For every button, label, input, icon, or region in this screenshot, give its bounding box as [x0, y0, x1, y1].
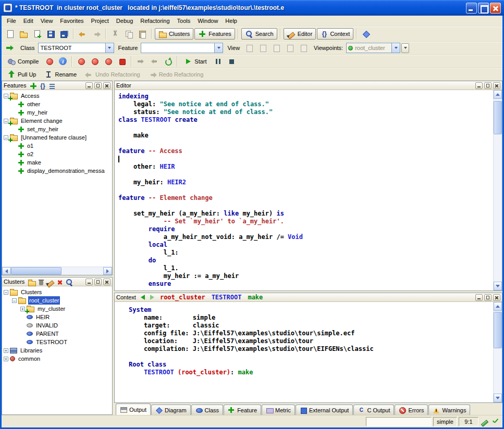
menu-window[interactable]: Window: [194, 17, 222, 25]
editor-code[interactable]: indexing legal: "See notice at end of cl…: [115, 90, 493, 291]
tree-item-label[interactable]: HEIR: [35, 313, 51, 321]
tree-item-label[interactable]: common: [17, 355, 41, 363]
viewpoints-combobox-dropdown[interactable]: [391, 43, 400, 53]
history-forward-button[interactable]: [148, 294, 155, 301]
tree-item-my-heir[interactable]: my_heir: [2, 108, 112, 117]
new-cluster-icon[interactable]: [28, 278, 35, 286]
scroll-thumb[interactable]: [494, 101, 502, 134]
menu-refactoring[interactable]: Refactoring: [137, 17, 173, 25]
tab-diagram[interactable]: Diagram: [151, 405, 191, 415]
tree-item-label[interactable]: Clusters: [20, 288, 43, 296]
tree-item-label[interactable]: [Unnamed feature clause]: [20, 133, 88, 142]
scroll-thumb[interactable]: [11, 267, 62, 275]
menu-tools[interactable]: Tools: [174, 17, 194, 25]
panel-minimize-button[interactable]: [475, 82, 483, 89]
class-combobox-value[interactable]: TESTROOT: [39, 45, 105, 51]
tree-item-label[interactable]: Element change: [20, 117, 64, 125]
collapse-icon[interactable]: −: [4, 119, 8, 123]
scroll-down-arrow[interactable]: [494, 394, 502, 402]
view-clickable-button[interactable]: [256, 42, 269, 54]
tab-class[interactable]: Class: [191, 405, 224, 415]
panel-maximize-button[interactable]: [484, 82, 491, 89]
title-bar[interactable]: * TESTROOT in cluster root_cluster locat…: [0, 0, 504, 16]
copy-button[interactable]: [122, 28, 135, 40]
edit-icon[interactable]: [46, 278, 54, 286]
expand-icon[interactable]: +: [4, 348, 8, 353]
panel-maximize-button[interactable]: [94, 279, 102, 285]
history-back-button[interactable]: [139, 294, 146, 301]
undo-refactoring-button[interactable]: Undo Refactoring: [81, 69, 144, 80]
menu-view[interactable]: View: [37, 17, 57, 25]
tree-item-clusters[interactable]: −Clusters: [2, 288, 112, 296]
cut-button[interactable]: [109, 28, 121, 40]
tree-item-other[interactable]: other: [2, 100, 112, 108]
tree-item-label[interactable]: other: [26, 100, 41, 108]
quick-melt-button[interactable]: [89, 56, 101, 67]
tree-item-label[interactable]: o1: [26, 142, 34, 150]
step-into-button[interactable]: [134, 56, 147, 67]
viewpoints-combobox-value[interactable]: root_cluster: [353, 45, 391, 51]
tree-item-label[interactable]: my_heir: [26, 108, 48, 117]
maximize-button[interactable]: [478, 3, 489, 14]
tree-item-make[interactable]: make: [2, 158, 112, 167]
menu-debug[interactable]: Debug: [113, 17, 137, 25]
tree-item-label[interactable]: INVALID: [35, 321, 59, 330]
freeze-button[interactable]: [43, 56, 56, 67]
save-button[interactable]: [44, 28, 57, 40]
stop-button[interactable]: [225, 56, 238, 67]
panel-minimize-button[interactable]: [85, 82, 93, 89]
features-toggle-button[interactable]: Features: [194, 28, 235, 40]
tree-item-my-cluster[interactable]: +my_cluster: [2, 305, 112, 313]
collapse-icon[interactable]: −: [12, 298, 17, 303]
editor-toggle-button[interactable]: Editor: [284, 28, 316, 40]
clusters-panel-header[interactable]: Clusters: [2, 277, 112, 286]
undo-button[interactable]: [77, 28, 89, 40]
context-toggle-button[interactable]: {} Context: [317, 28, 353, 40]
tree-item-testroot[interactable]: TESTROOT: [2, 338, 112, 346]
tree-item-label[interactable]: set_my_heir: [26, 125, 59, 133]
collapse-icon[interactable]: −: [4, 94, 8, 98]
viewpoints-extra-dropdown[interactable]: [401, 43, 409, 53]
features-hscrollbar[interactable]: [2, 267, 112, 275]
scroll-track[interactable]: [494, 311, 502, 394]
close-button[interactable]: [490, 3, 501, 14]
search-toggle-button[interactable]: Search: [241, 28, 277, 40]
scroll-thumb[interactable]: [494, 312, 502, 348]
refresh-button[interactable]: [162, 56, 174, 67]
tree-item-label[interactable]: Libraries: [19, 346, 43, 355]
feature-clause-icon[interactable]: [29, 82, 37, 90]
tree-item-label[interactable]: display_demonstration_messa: [26, 167, 106, 175]
view-basic-button[interactable]: [243, 42, 255, 54]
view-contract-button[interactable]: [284, 42, 296, 54]
feature-combobox-dropdown[interactable]: [214, 43, 223, 53]
panel-close-button[interactable]: [493, 82, 500, 89]
panel-maximize-button[interactable]: [484, 294, 491, 301]
diagram-tool-button[interactable]: [360, 28, 372, 40]
paste-button[interactable]: [136, 28, 149, 40]
panel-close-button[interactable]: [493, 294, 500, 301]
context-output[interactable]: System name: simple target: classic conf…: [115, 302, 493, 402]
collapse-icon[interactable]: −: [4, 290, 8, 295]
tree-item-libraries[interactable]: +Libraries: [2, 346, 112, 355]
view-flat-button[interactable]: [270, 42, 282, 54]
panel-minimize-button[interactable]: [475, 294, 483, 301]
braces-icon[interactable]: {}: [39, 82, 46, 90]
breadcrumb-TESTROOT[interactable]: TESTROOT: [212, 294, 242, 301]
tree-item-display-demonstration-messa[interactable]: display_demonstration_messa: [2, 167, 112, 175]
tree-item-label[interactable]: root_cluster: [28, 296, 60, 305]
trash-icon[interactable]: [37, 278, 45, 286]
remove-icon[interactable]: [56, 278, 64, 286]
tab-c-output[interactable]: CC Output: [353, 405, 394, 415]
expand-icon[interactable]: +: [20, 307, 25, 311]
collapse-icon[interactable]: −: [4, 135, 8, 140]
compile-button[interactable]: Compile: [4, 56, 42, 67]
scroll-left-arrow[interactable]: [2, 267, 11, 275]
tab-metric[interactable]: Metric: [262, 405, 295, 415]
pause-button[interactable]: [212, 56, 224, 67]
tree-item-o2[interactable]: o2: [2, 150, 112, 158]
feature-combobox[interactable]: [141, 43, 223, 53]
start-button[interactable]: Start: [180, 56, 210, 67]
step-out-button[interactable]: [148, 56, 161, 67]
redo-button[interactable]: [90, 28, 103, 40]
scroll-track[interactable]: [494, 99, 502, 282]
